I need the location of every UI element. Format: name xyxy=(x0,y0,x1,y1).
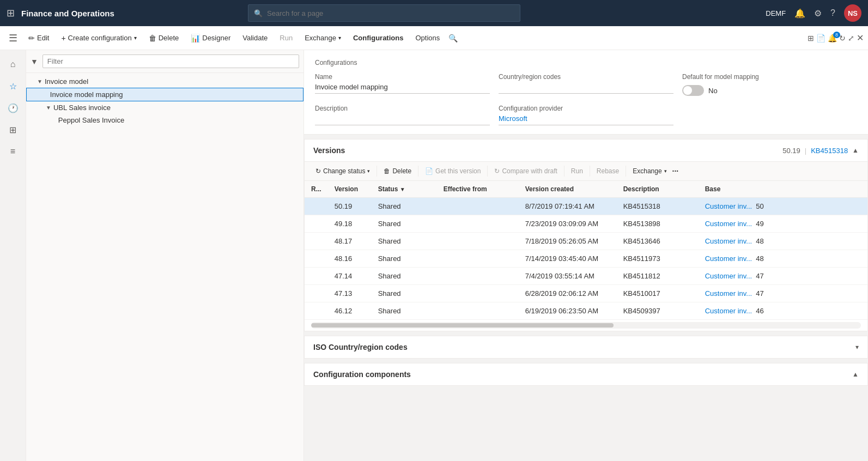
col-header-base[interactable]: Base xyxy=(699,181,867,198)
cell-effective xyxy=(437,285,519,302)
versions-table-scroll[interactable]: R... Version Status ▼ Effective from Ver… xyxy=(305,181,867,320)
vtb-sep-3 xyxy=(487,166,488,177)
exchange-button[interactable]: Exchange ▾ xyxy=(299,32,347,44)
cell-r xyxy=(305,302,328,320)
filter-input[interactable] xyxy=(43,54,299,68)
config-components-collapse-icon[interactable]: ▲ xyxy=(852,371,859,378)
nav-menu-icon[interactable]: ≡ xyxy=(3,142,23,161)
cell-effective xyxy=(437,198,519,215)
table-row[interactable]: 48.17 Shared 7/18/2019 05:26:05 AM KB451… xyxy=(305,233,867,250)
designer-icon: 📊 xyxy=(191,34,200,43)
name-label: Name xyxy=(315,73,490,81)
provider-value[interactable]: Microsoft xyxy=(499,114,673,125)
left-panel: ▼ ▼ Invoice model Invoice model mapping … xyxy=(26,50,304,461)
table-row[interactable]: 50.19 Shared 8/7/2019 07:19:41 AM KB4515… xyxy=(305,198,867,215)
cell-r xyxy=(305,268,328,285)
config-components-header[interactable]: Configuration components ▲ xyxy=(305,363,867,385)
settings-icon[interactable]: ⚙ xyxy=(814,8,822,19)
tree-item-ubl-sales-invoice[interactable]: ▼ UBL Sales invoice xyxy=(26,101,304,114)
col-header-version[interactable]: Version xyxy=(328,181,372,198)
cell-base: Customer inv... 50 xyxy=(699,198,867,215)
tree-container: ▼ Invoice model Invoice model mapping ▼ … xyxy=(26,73,304,461)
notification-badge[interactable]: 🔔 8 xyxy=(828,34,837,43)
vtb-run-button[interactable]: Run xyxy=(567,165,587,177)
cell-effective xyxy=(437,215,519,233)
horizontal-scrollbar[interactable] xyxy=(311,322,861,329)
user-avatar[interactable]: NS xyxy=(844,4,861,22)
create-configuration-button[interactable]: + Create configuration ▾ xyxy=(56,32,142,45)
versions-title: Versions xyxy=(313,146,345,155)
search-bar[interactable]: 🔍 xyxy=(248,4,520,22)
help-icon[interactable]: ? xyxy=(830,8,835,18)
configurations-button[interactable]: Configurations xyxy=(348,32,409,44)
options-button[interactable]: Options xyxy=(410,32,445,44)
cell-base: Customer inv... 47 xyxy=(699,285,867,302)
rebase-button[interactable]: Rebase xyxy=(592,165,623,177)
change-status-chevron: ▾ xyxy=(367,168,370,174)
main-layout: ⌂ ☆ 🕐 ⊞ ≡ ▼ ▼ Invoice model Invoice mode… xyxy=(0,50,868,461)
cell-r xyxy=(305,198,328,215)
filter-icon: ▼ xyxy=(31,57,38,66)
iso-title: ISO Country/region codes xyxy=(313,343,408,351)
cell-base: Customer inv... 48 xyxy=(699,233,867,250)
col-header-created[interactable]: Version created xyxy=(519,181,617,198)
versions-collapse-icon[interactable]: ▲ xyxy=(852,147,859,154)
cell-base: Customer inv... 49 xyxy=(699,215,867,233)
col-header-status[interactable]: Status ▼ xyxy=(372,181,437,198)
iso-header[interactable]: ISO Country/region codes ▾ xyxy=(305,336,867,358)
table-row[interactable]: 47.13 Shared 6/28/2019 02:06:12 AM KB451… xyxy=(305,285,867,302)
provider-field-group: Configuration provider Microsoft xyxy=(499,105,673,125)
cell-created: 8/7/2019 07:19:41 AM xyxy=(519,198,617,215)
vtb-exchange-chevron: ▾ xyxy=(664,168,667,174)
cell-version: 47.14 xyxy=(328,268,372,285)
iso-collapse-icon[interactable]: ▾ xyxy=(855,343,859,351)
bell-icon[interactable]: 🔔 xyxy=(794,8,805,19)
delete-button[interactable]: 🗑 Delete xyxy=(143,32,185,45)
app-grid-icon[interactable]: ⊞ xyxy=(7,7,15,19)
cell-effective xyxy=(437,268,519,285)
provider-label: Configuration provider xyxy=(499,105,673,112)
cell-status: Shared xyxy=(372,285,437,302)
get-this-version-button[interactable]: 📄 Get this version xyxy=(421,165,485,177)
nav-right: DEMF 🔔 ⚙ ? NS xyxy=(766,4,861,22)
designer-button[interactable]: 📊 Designer xyxy=(185,32,236,45)
status-filter-icon[interactable]: ▼ xyxy=(400,186,405,192)
col-header-effective[interactable]: Effective from xyxy=(437,181,519,198)
table-row[interactable]: 47.14 Shared 7/4/2019 03:55:14 AM KB4511… xyxy=(305,268,867,285)
vtb-delete-button[interactable]: 🗑 Delete xyxy=(379,165,416,177)
compare-with-draft-button[interactable]: ↻ Compare with draft xyxy=(490,165,561,177)
bookmark-icon[interactable]: 📄 xyxy=(816,34,825,43)
hamburger-icon[interactable]: ☰ xyxy=(4,32,22,44)
run-button[interactable]: Run xyxy=(274,32,298,44)
validate-button[interactable]: Validate xyxy=(237,32,273,44)
table-row[interactable]: 46.12 Shared 6/19/2019 06:23:50 AM KB450… xyxy=(305,302,867,320)
versions-header[interactable]: Versions 50.19 | KB4515318 ▲ xyxy=(305,139,867,162)
tree-item-peppol-sales-invoice[interactable]: Peppol Sales Invoice xyxy=(26,114,304,126)
cell-status: Shared xyxy=(372,215,437,233)
table-row[interactable]: 48.16 Shared 7/14/2019 03:45:40 AM KB451… xyxy=(305,250,867,268)
nav-star-icon[interactable]: ☆ xyxy=(3,76,23,96)
edit-button[interactable]: ✏ Edit xyxy=(23,32,54,45)
change-status-button[interactable]: ↻ Change status ▾ xyxy=(311,165,374,177)
cell-status: Shared xyxy=(372,268,437,285)
col-header-description[interactable]: Description xyxy=(617,181,699,198)
close-icon[interactable]: ✕ xyxy=(857,33,864,43)
vtb-exchange-button[interactable]: Exchange ▾ xyxy=(628,165,671,177)
nav-recent-icon[interactable]: 🕐 xyxy=(3,98,23,118)
more-options-button[interactable]: ··· xyxy=(672,167,679,175)
cell-created: 6/19/2019 06:23:50 AM xyxy=(519,302,617,320)
table-row[interactable]: 49.18 Shared 7/23/2019 03:09:09 AM KB451… xyxy=(305,215,867,233)
fullscreen-icon[interactable]: ⤢ xyxy=(848,34,854,43)
tree-item-invoice-model[interactable]: ▼ Invoice model xyxy=(26,75,304,88)
tree-toggle-invoice-model: ▼ xyxy=(37,78,43,84)
search-input[interactable] xyxy=(267,9,514,17)
cell-r xyxy=(305,250,328,268)
search-cmd-icon[interactable]: 🔍 xyxy=(448,34,458,43)
far-left-nav: ⌂ ☆ 🕐 ⊞ ≡ xyxy=(0,50,26,461)
personalize-icon[interactable]: ⊞ xyxy=(808,34,814,43)
kb-link[interactable]: KB4515318 xyxy=(811,147,848,155)
tree-item-invoice-model-mapping[interactable]: Invoice model mapping xyxy=(26,88,304,101)
default-toggle[interactable] xyxy=(682,85,704,96)
nav-workspaces-icon[interactable]: ⊞ xyxy=(3,120,23,139)
nav-home-icon[interactable]: ⌂ xyxy=(3,54,23,74)
